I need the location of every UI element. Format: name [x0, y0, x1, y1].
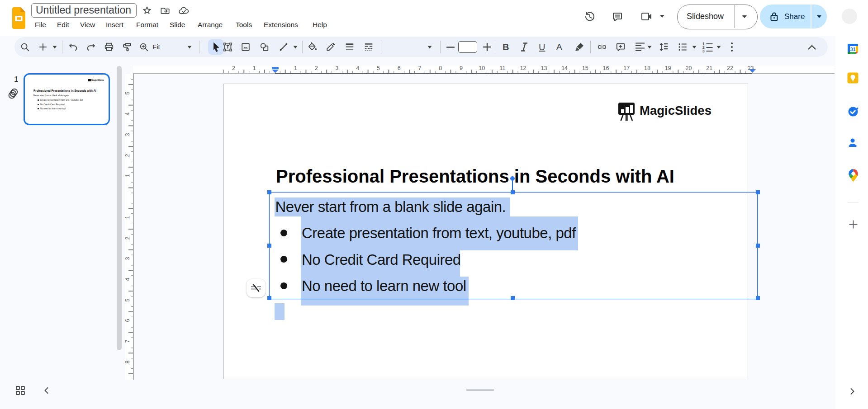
svg-text:3: 3: [702, 49, 705, 52]
svg-text:31: 31: [850, 47, 855, 52]
